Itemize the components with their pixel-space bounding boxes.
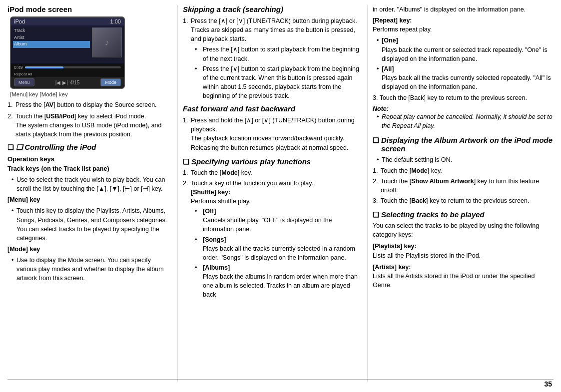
ipod-mode-screen-title: iPod mode screen — [7, 5, 172, 13]
shuffle-songs: [Songs]Plays back all the tracks current… — [195, 235, 362, 262]
specifying-step-2: 2. Touch a key of the function you want … — [183, 179, 362, 300]
track-row-track: Track — [13, 27, 90, 34]
ipod-progress-bar-fill — [25, 66, 63, 68]
fast-forward-step-1: 1. Press and hold the [∧] or [∨] (TUNE/T… — [183, 116, 362, 152]
ipod-mode-btn[interactable]: Mode — [100, 78, 121, 86]
track-keys-list: Use to select the track you wish to play… — [7, 175, 172, 193]
ipod-progress-bar-bg — [25, 66, 121, 68]
col-left: iPod mode screen iPod 1:00 Track Artist … — [7, 5, 177, 382]
displaying-step-3: 3. Touch the [Back] key to return to the… — [373, 196, 554, 205]
displaying-step-1: 1. Touch the [Mode] key. — [373, 166, 554, 175]
selecting-intro: You can select the tracks to be played b… — [373, 221, 554, 239]
bottom-divider — [7, 379, 554, 380]
track-next-icon: ▶| — [62, 80, 68, 85]
selecting-title-container: ❑ Selecting tracks to be played — [373, 210, 554, 219]
operation-keys-title: Operation keys — [7, 155, 172, 163]
ipod-track-list: Track Artist Album — [13, 27, 90, 61]
skipping-bullet-1: Press the [∧] button to start playback f… — [195, 45, 362, 63]
skipping-title: Skipping a track (searching) — [183, 5, 362, 13]
ipod-step-1: 1. Press the [AV] button to display the … — [7, 100, 172, 109]
ipod-header-right: 1:00 — [110, 18, 121, 24]
note-list: Repeat play cannot be cancelled. Normall… — [373, 112, 554, 130]
ipod-body: Track Artist Album ♪ — [11, 25, 124, 63]
note-section: Note: Repeat play cannot be cancelled. N… — [373, 105, 554, 130]
ipod-header-left: iPod — [14, 18, 25, 24]
repeat-all: [All]Plays back all the tracks currently… — [377, 64, 554, 91]
repeat-key-label: [Repeat] key: Performs repeat play. — [373, 16, 554, 34]
ipod-steps-list: 1. Press the [AV] button to display the … — [7, 100, 172, 139]
displaying-bullets: The default setting is ON. — [373, 155, 554, 164]
checkbox-icon-3: ❑ — [373, 136, 379, 144]
checkbox-icon: ❑ — [7, 143, 14, 151]
ipod-artwork: ♪ — [92, 27, 122, 57]
playlists-key-label: [Playlists] key: Lists all the Playlists… — [373, 242, 554, 260]
specifying-steps: 1. Touch the [Mode] key. 2. Touch a key … — [183, 168, 362, 300]
col-right: in order. "Albums" is displayed on the i… — [367, 5, 554, 382]
checkbox-icon-4: ❑ — [373, 211, 379, 219]
ipod-progress: 0:49 — [11, 63, 124, 71]
continued-text: in order. "Albums" is displayed on the i… — [373, 5, 554, 14]
menu-key-title: [Menu] key — [7, 195, 172, 204]
repeat-step3: 3. Touch the [Back] key to return to the… — [373, 93, 554, 102]
ipod-repeat-label: Repeat All — [11, 71, 124, 77]
menu-key-item: Touch this key to display the Playlists,… — [11, 206, 172, 243]
note-label: Note: — [373, 105, 389, 112]
displaying-step-2: 2. Touch the [Show Album Artwork] key to… — [373, 177, 554, 195]
screen-caption: [Menu] key [Mode] key — [10, 91, 172, 97]
ipod-buttons: Menu |◀ ▶| 4/15 Mode — [11, 77, 124, 88]
shuffle-bullets: [Off]Cancels shuffle play. "OFF" is disp… — [191, 207, 362, 299]
col-middle: Skipping a track (searching) 1. Press th… — [177, 5, 367, 382]
repeat-bullets: [One]Plays back the current or selected … — [373, 36, 554, 91]
skipping-bullets: Press the [∧] button to start playback f… — [191, 45, 362, 100]
skipping-step-1: 1. Press the [∧] or [∨] (TUNE/TRACK) but… — [183, 16, 362, 100]
selecting-title: Selecting tracks to be played — [381, 210, 485, 219]
track-row-artist: Artist — [13, 34, 90, 41]
page-number: 35 — [544, 380, 552, 388]
ipod-screen-mockup: iPod 1:00 Track Artist Album ♪ 0:49 — [10, 16, 125, 89]
artists-key-label: [Artists] key: Lists all the Artists sto… — [373, 263, 554, 290]
displaying-title-container: ❑ Displaying the Album Artwork on the iP… — [373, 136, 554, 153]
mode-key-list: Use to display the Mode screen. You can … — [7, 256, 172, 283]
note-item: Repeat play cannot be cancelled. Normall… — [377, 112, 554, 130]
ipod-track-controls: |◀ ▶| 4/15 — [55, 80, 80, 85]
menu-key-list: Touch this key to display the Playlists,… — [7, 206, 172, 243]
mode-key-title: [Mode] key — [7, 245, 172, 254]
displaying-title: Displaying the Album Artwork on the iPod… — [381, 136, 554, 153]
checkbox-icon-2: ❑ — [183, 158, 189, 166]
fast-forward-steps: 1. Press and hold the [∧] or [∨] (TUNE/T… — [183, 116, 362, 152]
specifying-step-1: 1. Touch the [Mode] key. — [183, 168, 362, 177]
repeat-one: [One]Plays back the current or selected … — [377, 36, 554, 63]
displaying-bullet-1: The default setting is ON. — [377, 155, 554, 164]
mode-key-item: Use to display the Mode screen. You can … — [11, 256, 172, 283]
track-row-empty2 — [13, 55, 90, 62]
skipping-steps: 1. Press the [∧] or [∨] (TUNE/TRACK) but… — [183, 16, 362, 100]
fast-forward-title: Fast forward and fast backward — [183, 104, 362, 113]
controlling-ipod-title: ❑ ❑ Controlling the iPod — [7, 143, 172, 152]
ipod-header: iPod 1:00 — [11, 17, 124, 25]
track-prev-icon: |◀ — [55, 80, 61, 85]
ipod-time-elapsed: 0:49 — [14, 65, 23, 70]
skipping-bullet-2: Press the [∨] button to start playback f… — [195, 64, 362, 101]
displaying-steps: 1. Touch the [Mode] key. 2. Touch the [S… — [373, 166, 554, 206]
track-num: 4/15 — [70, 80, 79, 85]
track-row-empty1 — [13, 48, 90, 55]
track-keys-title: Track keys (on the Track list pane) — [7, 164, 172, 173]
ipod-step-2: 2. Touch the [USB/iPod] key to select iP… — [7, 112, 172, 139]
track-row-album: Album — [13, 41, 90, 48]
track-keys-item: Use to select the track you wish to play… — [11, 175, 172, 193]
shuffle-albums: [Albums]Plays back the albums in random … — [195, 263, 362, 300]
shuffle-off: [Off]Cancels shuffle play. "OFF" is disp… — [195, 207, 362, 234]
specifying-title: ❑ Specifying various play functions — [183, 157, 362, 166]
ipod-menu-btn[interactable]: Menu — [14, 78, 34, 86]
